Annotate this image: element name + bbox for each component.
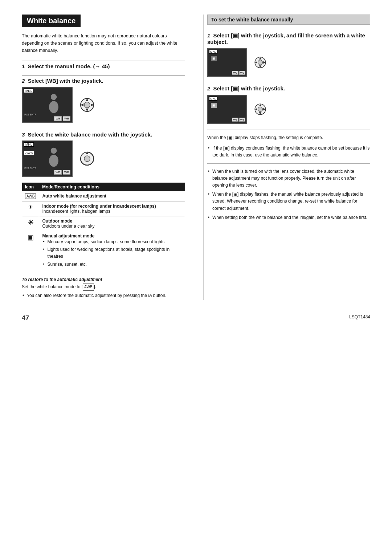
step-2-text: Select [WB] with the joystick. xyxy=(28,78,103,84)
manual-icon-box-s2: ▣ xyxy=(211,103,217,108)
right-step-2: 2 Select [▣] with the joystick. MNL ▣ WB… xyxy=(207,83,370,124)
wb-btn-sm-1: WB xyxy=(232,71,238,75)
manual-icon-box: ▣ xyxy=(211,56,217,61)
table-mode-indoor: Indoor mode (for recording under incande… xyxy=(39,201,185,216)
awb-badge: AWB xyxy=(25,194,36,199)
step-3-number: 3 xyxy=(22,131,25,138)
note-bullet-4: When setting both the white balance and … xyxy=(207,214,370,221)
table-header-mode: Mode/Recording conditions xyxy=(39,183,185,191)
footnote-title: To restore to the automatic adjustment xyxy=(22,277,185,282)
joystick-rotate-icon xyxy=(79,151,95,167)
step-1-heading: 1 Select the manual mode. (→ 45) xyxy=(22,61,185,69)
note-bullet-3: When the [▣] display flashes, the manual… xyxy=(207,191,370,212)
icon-table: Icon Mode/Recording conditions AWB Auto … xyxy=(22,183,185,271)
bottom-icons: WB WB xyxy=(54,116,70,121)
table-icon-outdoor: ✳ xyxy=(22,216,39,231)
camera-screen-right-step2: MNL ▣ WB WB xyxy=(207,95,247,124)
step-2: 2 Select [WB] with the joystick. MNL IRI… xyxy=(22,75,185,123)
joystick-icon xyxy=(79,97,95,113)
iris-label-s3: IRIS SHTR xyxy=(24,167,37,170)
page-number: 47 xyxy=(22,314,29,322)
step-3: 3 Select the white balance mode with the… xyxy=(22,129,185,177)
right-step-1: 1 Select [▣] with the joystick, and fill… xyxy=(207,30,370,77)
page-footer: 47 LSQT1484 xyxy=(22,314,370,322)
iris-label: IRIS SHTR xyxy=(24,113,37,116)
step-3-heading: 3 Select the white balance mode with the… xyxy=(22,129,185,138)
table-row: ☀ Indoor mode (for recording under incan… xyxy=(22,201,185,216)
step-3-text: Select the white balance mode with the j… xyxy=(28,131,152,138)
table-row: ✳ Outdoor mode Outdoors under a clear sk… xyxy=(22,216,185,231)
section-title: White balance xyxy=(22,15,81,27)
wb-button2: WB xyxy=(63,116,70,121)
right-section-title: To set the white balance manually xyxy=(207,15,370,25)
notes-section-2: When the unit is turned on with the lens… xyxy=(207,168,370,221)
note-bullet-1: If the [▣] display continues flashing, t… xyxy=(207,145,370,159)
right-step-1-diagram: MNL ▣ WB WB xyxy=(207,48,370,77)
camera-screen-right-step1: MNL ▣ WB WB xyxy=(207,48,247,77)
joystick-right-s1 xyxy=(254,56,267,69)
right-step-2-number: 2 xyxy=(207,85,210,91)
step-2-heading: 2 Select [WB] with the joystick. xyxy=(22,75,185,84)
step-2-number: 2 xyxy=(22,78,25,84)
step-1-text: Select the manual mode. (→ 45) xyxy=(28,63,110,69)
svg-point-14 xyxy=(258,60,262,65)
mnl-label-right-s2: MNL xyxy=(209,97,217,101)
mnl-label-s3: MNL xyxy=(24,142,34,147)
table-row: AWB Auto white balance adjustment xyxy=(22,191,185,201)
wb-button-s3a: WB xyxy=(54,170,62,175)
step-3-diagram: MNL AWB IRIS SHTR WB WB xyxy=(22,140,185,177)
svg-point-9 xyxy=(49,155,58,167)
wb-btn-sm-s2b: WB xyxy=(239,118,245,122)
wb-button: WB xyxy=(54,116,62,121)
person-silhouette-icon xyxy=(46,93,61,115)
table-mode-manual: Manual adjustment mode Mercury-vapor lam… xyxy=(39,231,185,271)
footnote-bullet-1: You can also restore the automatic adjus… xyxy=(22,292,185,299)
bottom-icons-s3: WB WB xyxy=(54,170,70,175)
camera-screen-step2: MNL IRIS SHTR WB WB xyxy=(22,87,73,123)
table-desc-indoor: Incandescent lights, halogen lamps xyxy=(42,209,110,214)
table-desc-outdoor: Outdoors under a clear sky xyxy=(42,224,94,229)
mnl-label: MNL xyxy=(24,89,34,93)
right-step-1-number: 1 xyxy=(207,32,210,38)
note-1-text: When the [▣] display stops flashing, the… xyxy=(207,134,370,141)
right-step-2-text: Select [▣] with the joystick. xyxy=(213,85,285,91)
manual-icon: ▣ xyxy=(28,234,34,241)
table-icon-manual: ▣ xyxy=(22,231,39,271)
person-silhouette-icon-s3 xyxy=(46,147,61,168)
right-step-1-text: Select [▣] with the joystick, and fill t… xyxy=(207,32,365,45)
step-2-diagram: MNL IRIS SHTR WB WB xyxy=(22,87,185,123)
svg-point-3 xyxy=(84,102,90,108)
footnote-text: Set the white balance mode to [AWB]. xyxy=(22,284,185,291)
divider xyxy=(207,130,370,130)
joystick-right-s2 xyxy=(254,103,267,116)
svg-point-11 xyxy=(84,156,90,162)
table-icon-indoor: ☀ xyxy=(22,201,39,216)
wb-buttons-right-s2: WB WB xyxy=(232,118,245,122)
intro-text: The automatic white balance function may… xyxy=(22,32,185,54)
step-1: 1 Select the manual mode. (→ 45) xyxy=(22,61,185,69)
right-step-2-heading: 2 Select [▣] with the joystick. xyxy=(207,83,370,92)
note-bullets: If the [▣] display continues flashing, t… xyxy=(207,145,370,159)
awb-badge-footnote: AWB xyxy=(83,284,94,291)
svg-point-1 xyxy=(49,101,58,113)
footnote: To restore to the automatic adjustment S… xyxy=(22,277,185,299)
svg-point-20 xyxy=(258,107,262,111)
divider-2 xyxy=(207,163,370,164)
outdoor-icon: ✳ xyxy=(28,219,33,226)
table-mode-awb: Auto white balance adjustment xyxy=(39,191,185,201)
mnl-label-right-s1: MNL xyxy=(209,50,217,54)
table-mode-outdoor: Outdoor mode Outdoors under a clear sky xyxy=(39,216,185,231)
indoor-icon: ☀ xyxy=(28,204,33,210)
manual-bullet-3: Sunrise, sunset, etc. xyxy=(42,261,182,268)
right-column: To set the white balance manually 1 Sele… xyxy=(203,15,370,300)
manual-bullet-1: Mercury-vapor lamps, sodium lamps, some … xyxy=(42,239,182,245)
wb-btn-sm-2: WB xyxy=(239,71,245,75)
svg-point-0 xyxy=(51,94,57,100)
wb-button-s3b: WB xyxy=(63,170,70,175)
note-bullet-2: When the unit is turned on with the lens… xyxy=(207,168,370,189)
step-1-number: 1 xyxy=(22,63,25,69)
table-icon-awb: AWB xyxy=(22,191,39,201)
svg-point-8 xyxy=(51,148,57,154)
wb-buttons-right-s1: WB WB xyxy=(232,71,245,75)
table-header-icon: Icon xyxy=(22,183,39,191)
